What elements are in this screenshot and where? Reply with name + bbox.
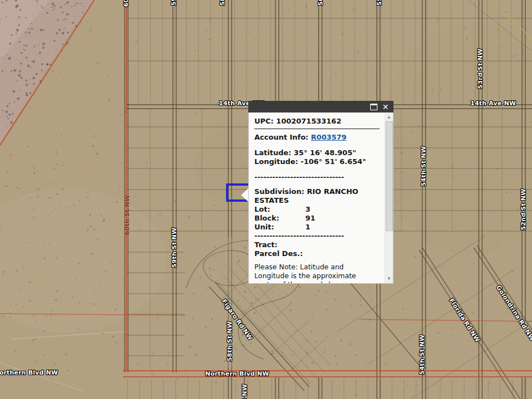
scroll-down-icon[interactable]: ▼ [385,275,393,283]
dashed-divider: ------------------------------ [254,232,388,241]
parcel-info-popup: ✕ UPC: 1002071533162 Account Info: R0035… [248,101,393,284]
dashed-divider: ------------------------------ [254,173,388,182]
popup-callout-arrow [241,188,248,202]
unit-label: Unit: [254,223,305,232]
lot-value: 3 [305,205,310,213]
unit-row: Unit:1 [254,223,388,232]
map-viewport[interactable]: 14th Ave NW14th Ave NW60th St NW59th St … [0,0,532,399]
block-row: Block:91 [254,214,388,223]
account-info-row: Account Info: R003579 [254,133,388,142]
block-value: 91 [305,214,315,222]
lot-row: Lot:3 [254,205,388,214]
restore-icon[interactable] [370,104,377,110]
upc-text: UPC: 1002071533162 [254,117,388,126]
tract-label: Tract: [254,241,388,249]
lot-label: Lot: [254,205,305,214]
account-info-label: Account Info: [254,133,309,141]
scrollbar-thumb[interactable] [386,121,393,231]
unit-value: 1 [305,223,310,231]
latitude-text: Latitude: 35° 16' 48.905" [254,149,388,157]
close-icon[interactable]: ✕ [381,103,390,111]
divider-line [254,129,380,129]
scroll-up-icon[interactable]: ▲ [385,113,393,121]
account-link[interactable]: R003579 [311,133,346,141]
note-text: Please Note: Latitude and Longitude is t… [254,263,380,284]
popup-titlebar: ✕ [248,101,393,112]
longitude-text: Longitude: -106° 51' 6.654" [254,157,388,166]
popup-scrollbar[interactable]: ▲ ▼ [385,112,393,283]
popup-body: UPC: 1002071533162 Account Info: R003579… [248,112,393,284]
block-label: Block: [254,214,305,223]
subdivision-text: Subdivision: RIO RANCHO ESTATES [254,187,381,205]
parcel-des-label: Parcel Des.: [254,249,388,258]
